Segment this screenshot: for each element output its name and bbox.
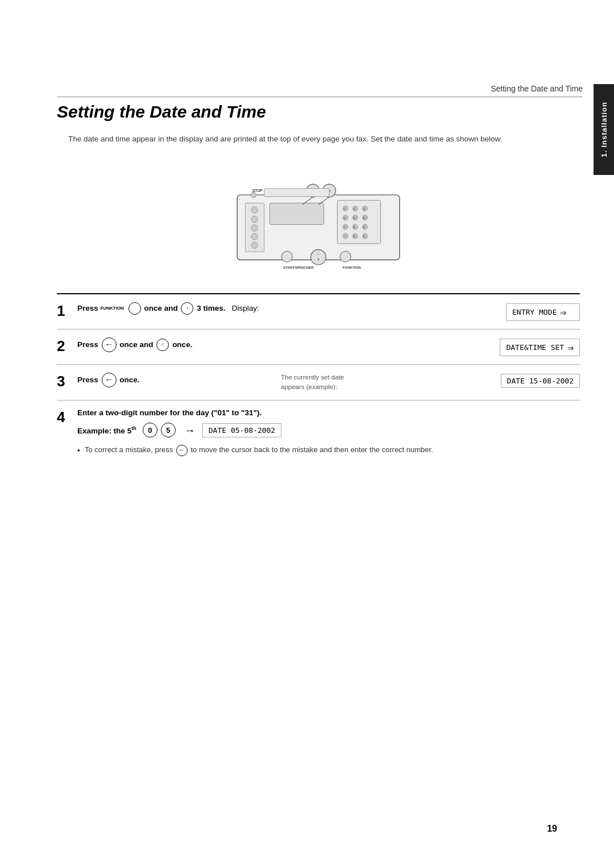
svg-text:3: 3 bbox=[363, 207, 365, 210]
svg-text:6: 6 bbox=[363, 217, 365, 220]
svg-text:4: 4 bbox=[343, 217, 345, 220]
key-0: 0 bbox=[143, 423, 157, 437]
svg-point-32 bbox=[251, 242, 258, 248]
svg-rect-48 bbox=[264, 188, 329, 196]
step-2-content: Press ← once and ↑ once. bbox=[77, 337, 478, 352]
svg-text:1: 1 bbox=[343, 207, 345, 210]
svg-text:8: 8 bbox=[354, 226, 355, 229]
step-3: 3 Press ← once. The currently set date a… bbox=[57, 365, 580, 401]
svg-text:▼: ▼ bbox=[317, 258, 320, 261]
page-title: Setting the Date and Time bbox=[57, 102, 580, 122]
step-3-display: DATE 15-08-2002 bbox=[478, 374, 580, 388]
svg-text:0: 0 bbox=[354, 235, 355, 238]
svg-point-30 bbox=[251, 224, 258, 231]
side-tab-label: 1. Installation bbox=[600, 102, 608, 157]
diagram-container: 1 2 3 4 5 6 7 8 9 * 0 # STOP ← bbox=[57, 162, 580, 276]
side-tab: 1. Installation bbox=[594, 84, 614, 175]
step-4-main: Enter a two-digit number for the day ("0… bbox=[77, 408, 580, 417]
step-2-display: DATE&TIME SET ⇒ bbox=[478, 339, 580, 356]
intro-text: The date and time appear in the display … bbox=[68, 133, 580, 145]
up-arrow-icon-1: ↑ bbox=[181, 302, 193, 315]
svg-rect-1 bbox=[269, 203, 323, 224]
step-3-note: The currently set date appears (example)… bbox=[281, 373, 478, 393]
arrow-right-icon: → bbox=[184, 424, 196, 437]
step-2: 2 Press ← once and ↑ once. DATE&TIME SET… bbox=[57, 329, 580, 365]
step-1: 1 Press FUNKTION once and ↑ 3 times. Dis… bbox=[57, 294, 580, 329]
step-3-number: 3 bbox=[57, 374, 77, 389]
step-4-bullet: To correct a mistake, press ← to move th… bbox=[77, 444, 580, 457]
svg-text:9: 9 bbox=[363, 226, 365, 229]
page-number: 19 bbox=[547, 824, 557, 834]
svg-point-31 bbox=[251, 233, 258, 239]
step-2-display-value: DATE&TIME SET ⇒ bbox=[500, 339, 580, 356]
step-3-display-value: DATE 15-08-2002 bbox=[501, 374, 580, 388]
svg-text:#: # bbox=[363, 235, 365, 238]
step-4-display-value: DATE 05-08-2002 bbox=[202, 423, 281, 437]
step-1-display: ENTRY MODE ⇒ bbox=[478, 303, 580, 321]
svg-point-45 bbox=[281, 251, 292, 262]
up-arrow-icon-2: ↑ bbox=[156, 339, 169, 351]
svg-point-47 bbox=[340, 251, 351, 262]
step-4-example-label: Example: the 5th bbox=[77, 425, 136, 435]
step-1-number: 1 bbox=[57, 303, 77, 318]
step-2-number: 2 bbox=[57, 339, 77, 353]
key-5: 5 bbox=[161, 423, 176, 437]
step-4-number: 4 bbox=[57, 410, 77, 424]
left-arrow-icon-bullet: ← bbox=[176, 445, 188, 456]
step-1-content: Press FUNKTION once and ↑ 3 times. Displ… bbox=[77, 302, 478, 315]
svg-text:FUNKTION: FUNKTION bbox=[343, 265, 361, 269]
svg-text:↑: ↑ bbox=[317, 252, 319, 256]
svg-point-28 bbox=[251, 207, 258, 213]
svg-text:START/SPEICHER: START/SPEICHER bbox=[283, 265, 314, 269]
svg-text:7: 7 bbox=[343, 226, 345, 229]
main-content: Setting the Date and Time The date and t… bbox=[57, 102, 580, 465]
header-title: Setting the Date and Time bbox=[491, 84, 583, 93]
funktion-label-1: FUNKTION bbox=[101, 306, 124, 311]
svg-point-29 bbox=[251, 216, 258, 222]
left-arrow-icon-2: ← bbox=[102, 337, 117, 352]
step-3-content: Press ← once. bbox=[77, 373, 274, 387]
svg-text:5: 5 bbox=[354, 217, 355, 220]
step-1-display-value: ENTRY MODE ⇒ bbox=[506, 303, 580, 321]
left-arrow-icon-3: ← bbox=[102, 373, 117, 387]
step-4-example: Example: the 5th 0 5 → DATE 05-08-2002 bbox=[77, 423, 580, 437]
step-4: 4 Enter a two-digit number for the day (… bbox=[57, 400, 580, 465]
page-header: Setting the Date and Time bbox=[57, 84, 583, 97]
step-4-content: Enter a two-digit number for the day ("0… bbox=[77, 408, 580, 457]
svg-text:*: * bbox=[344, 235, 345, 238]
steps-section: 1 Press FUNKTION once and ↑ 3 times. Dis… bbox=[57, 293, 580, 465]
svg-text:2: 2 bbox=[354, 207, 355, 210]
funktion-icon-1 bbox=[128, 302, 141, 315]
fax-diagram: 1 2 3 4 5 6 7 8 9 * 0 # STOP ← bbox=[199, 162, 438, 276]
svg-point-34 bbox=[251, 192, 256, 198]
